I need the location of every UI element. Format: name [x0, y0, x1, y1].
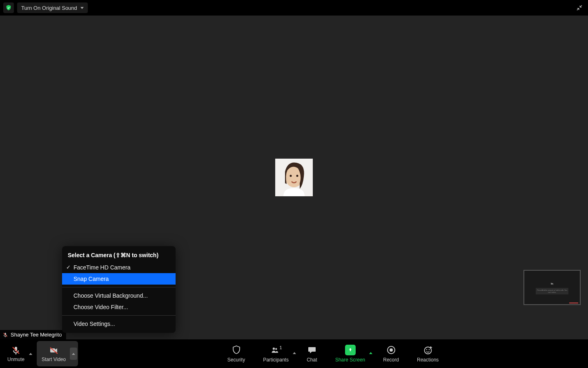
self-view-hint: Press Alt+A to unmute or hold to talk. Y… [536, 288, 568, 294]
chat-button[interactable]: Chat [303, 343, 321, 364]
security-button[interactable]: Security [224, 343, 248, 364]
chevron-up-icon [72, 353, 75, 355]
record-label: Record [383, 357, 399, 363]
encryption-shield-icon[interactable] [3, 2, 14, 13]
camera-off-icon [49, 345, 59, 356]
camera-option-snap[interactable]: Snap Camera [62, 273, 176, 285]
self-view-indicator [569, 303, 578, 303]
chat-label: Chat [307, 357, 317, 363]
camera-option-facetime[interactable]: FaceTime HD Camera [62, 262, 176, 273]
participants-count: 1 [279, 345, 282, 350]
choose-video-filter[interactable]: Choose Video Filter... [62, 301, 176, 313]
share-screen-caret[interactable] [369, 346, 372, 352]
svg-point-3 [296, 175, 298, 177]
top-bar: Turn On Original Sound [0, 0, 588, 16]
participants-icon: 1 [271, 345, 281, 355]
exit-fullscreen-icon[interactable] [574, 2, 585, 13]
mic-muted-icon [11, 345, 21, 356]
self-view-thumbnail[interactable]: Press Alt+A to unmute or hold to talk. Y… [523, 270, 581, 305]
reactions-icon [423, 345, 433, 355]
security-label: Security [227, 357, 245, 363]
svg-point-20 [428, 349, 429, 350]
reactions-button[interactable]: Reactions [414, 343, 442, 364]
reactions-label: Reactions [417, 357, 439, 363]
svg-point-17 [390, 348, 393, 352]
choose-virtual-background[interactable]: Choose Virtual Background... [62, 290, 176, 301]
share-screen-icon [345, 345, 356, 355]
share-screen-label: Share Screen [335, 357, 365, 363]
original-sound-label: Turn On Original Sound [21, 5, 77, 11]
participants-label: Participants [263, 357, 289, 363]
chevron-up-icon [29, 353, 32, 355]
chevron-up-icon [369, 346, 372, 354]
participant-avatar [275, 159, 313, 196]
start-video-button[interactable]: Start Video [39, 343, 68, 365]
svg-rect-12 [50, 348, 55, 352]
svg-point-15 [275, 348, 277, 350]
video-options-menu: Select a Camera (⇧⌘N to switch) FaceTime… [62, 246, 176, 333]
original-sound-toggle[interactable]: Turn On Original Sound [17, 2, 88, 13]
shield-icon [231, 345, 242, 355]
participants-button[interactable]: 1 Participants [260, 343, 292, 364]
participant-name-tag: Shayne Tee Melegrito [0, 330, 66, 339]
participant-name-label: Shayne Tee Melegrito [11, 332, 62, 338]
unmute-label: Unmute [7, 357, 24, 362]
camera-off-icon [550, 282, 554, 285]
video-menu-header: Select a Camera (⇧⌘N to switch) [62, 249, 176, 262]
participants-caret[interactable] [293, 346, 296, 352]
menu-separator [62, 315, 176, 316]
record-icon [386, 345, 396, 355]
svg-point-18 [424, 347, 431, 354]
meeting-toolbar: Unmute Start Video Se [0, 339, 588, 368]
menu-separator [62, 287, 176, 287]
chat-icon [307, 345, 317, 355]
svg-point-2 [290, 175, 292, 177]
svg-point-14 [272, 348, 274, 350]
unmute-button[interactable]: Unmute [5, 343, 27, 365]
chevron-up-icon [293, 346, 296, 354]
chevron-down-icon [80, 7, 84, 9]
start-video-label: Start Video [42, 357, 66, 362]
record-button[interactable]: Record [380, 343, 402, 364]
audio-options-caret[interactable] [27, 348, 34, 360]
share-screen-button[interactable]: Share Screen [332, 343, 368, 364]
svg-point-19 [426, 349, 427, 350]
mic-muted-icon [2, 332, 8, 338]
video-options-caret[interactable] [70, 348, 77, 360]
video-settings[interactable]: Video Settings... [62, 318, 176, 330]
